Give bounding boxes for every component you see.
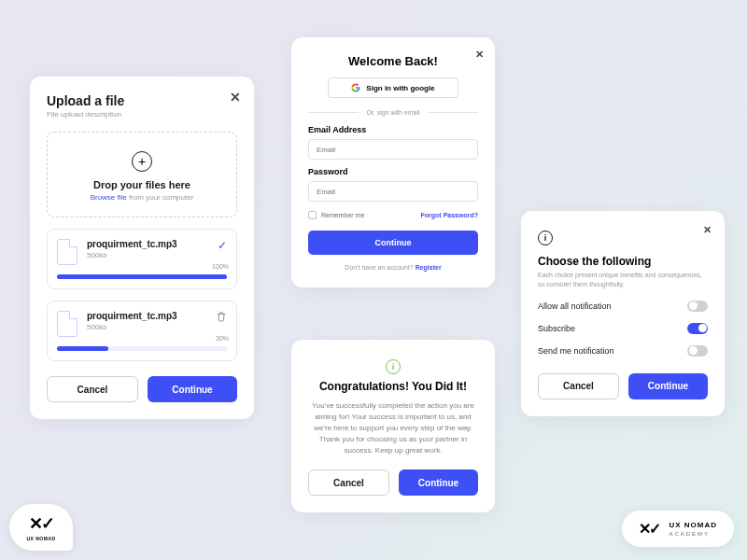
success-body: You've successfully completed the action… — [308, 400, 478, 456]
info-icon: i — [386, 359, 401, 374]
dropzone-heading: Drop your files here — [55, 179, 229, 190]
file-row: proquirment_tc.mp3 500kb 30% — [47, 301, 237, 361]
register-row: Don't have an account? Register — [308, 264, 478, 271]
checkbox-icon — [308, 211, 317, 219]
browse-link[interactable]: Browse file — [91, 193, 127, 202]
cancel-button[interactable]: Cancel — [538, 373, 619, 399]
progress-percent: 30% — [216, 335, 229, 342]
file-icon — [57, 239, 78, 265]
option-row: Send me notification — [538, 345, 708, 357]
preferences-subtitle: Each choice present unique benefits and … — [538, 271, 708, 289]
file-name: proquirment_tc.mp3 — [87, 311, 177, 321]
file-row: proquirment_tc.mp3 500kb ✓ 100% — [47, 229, 237, 289]
preferences-modal: ✕ i Choose the following Each choice pre… — [521, 211, 725, 416]
login-title: Welcome Back! — [308, 54, 478, 68]
trash-icon[interactable] — [216, 311, 227, 325]
file-size: 500kb — [87, 323, 177, 331]
password-input[interactable] — [308, 181, 478, 202]
success-title: Congratulations! You Did It! — [308, 380, 478, 393]
close-icon[interactable]: ✕ — [703, 224, 712, 236]
email-label: Email Address — [308, 125, 478, 134]
dropzone-hint: Browse file from your computer — [55, 193, 229, 202]
file-icon — [57, 311, 78, 337]
option-label: Subscribe — [538, 324, 575, 333]
brand-badge: ✕✓ UX NOMAD — [9, 504, 73, 551]
upload-subtitle: File upload description — [47, 110, 237, 119]
google-icon — [351, 83, 360, 92]
toggle-send-notification[interactable] — [687, 345, 708, 357]
file-name: proquirment_tc.mp3 — [87, 239, 177, 249]
close-icon[interactable]: ✕ — [230, 90, 241, 105]
option-row: Allow all notification — [538, 301, 708, 312]
continue-button[interactable]: Continue — [308, 231, 478, 255]
dropzone[interactable]: + Drop your files here Browse file from … — [47, 132, 237, 217]
info-icon: i — [538, 231, 553, 245]
logo-icon: ✕✓ — [29, 513, 53, 534]
continue-button[interactable]: Continue — [148, 376, 237, 402]
preferences-title: Choose the following — [538, 255, 708, 268]
continue-button[interactable]: Continue — [399, 469, 478, 496]
option-label: Send me notification — [538, 346, 614, 356]
progress-bar: 100% — [57, 274, 227, 279]
success-modal: i Congratulations! You Did It! You've su… — [291, 340, 495, 512]
plus-icon: + — [132, 151, 152, 172]
file-size: 500kb — [87, 251, 177, 259]
password-label: Password — [308, 167, 478, 176]
option-row: Subscribe — [538, 323, 708, 334]
continue-button[interactable]: Continue — [628, 373, 708, 399]
cancel-button[interactable]: Cancel — [308, 469, 389, 496]
divider: Or, sign with email — [308, 109, 478, 116]
check-icon: ✓ — [218, 239, 227, 252]
remember-checkbox[interactable]: Remember me — [308, 211, 364, 219]
forgot-password-link[interactable]: Forgot Password? — [421, 212, 478, 218]
cancel-button[interactable]: Cancel — [47, 376, 138, 402]
toggle-subscribe[interactable] — [687, 323, 708, 334]
login-modal: ✕ Welcome Back! Sign in with google Or, … — [291, 37, 495, 287]
progress-bar: 30% — [57, 346, 227, 351]
option-label: Allow all notification — [538, 301, 612, 311]
close-icon[interactable]: ✕ — [475, 49, 484, 61]
upload-title: Upload a file — [47, 93, 237, 108]
toggle-allow-notification[interactable] — [687, 301, 708, 312]
upload-modal: ✕ Upload a file File upload description … — [30, 77, 254, 419]
google-signin-button[interactable]: Sign in with google — [328, 77, 458, 98]
logo-icon: ✕✓ — [639, 520, 659, 538]
brand-academy-badge: ✕✓ UX NOMAD ACADEMY — [622, 511, 734, 547]
email-input[interactable] — [308, 139, 478, 160]
progress-percent: 100% — [212, 263, 229, 270]
register-link[interactable]: Register — [416, 264, 442, 271]
